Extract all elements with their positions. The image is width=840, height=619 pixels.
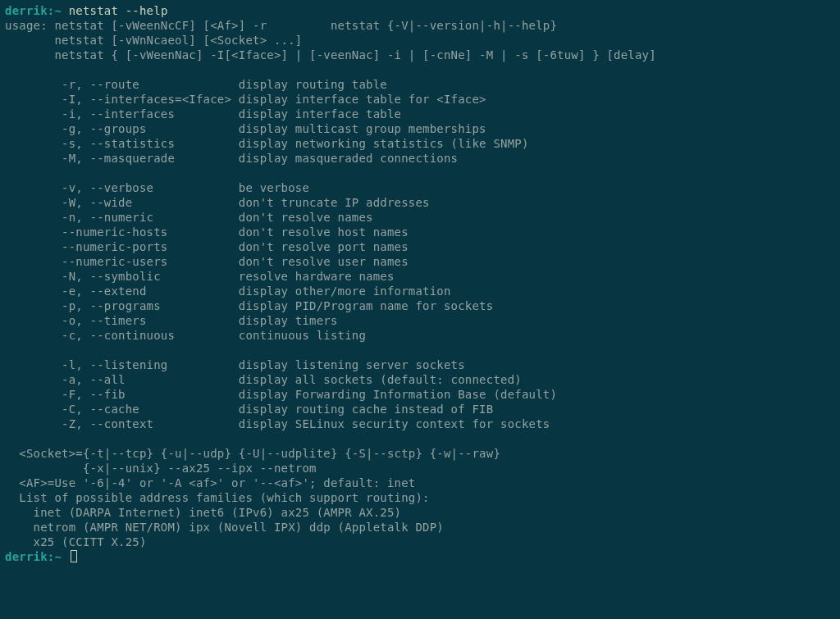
prompt-user: derrik [5,550,48,563]
footer-line-6: x25 (CCITT X.25) [5,535,147,548]
prompt-path: ~ [54,550,62,563]
blank-row [5,344,12,357]
blank-row [5,63,12,76]
usage-line-1: netstat [-vWnNcaeol] [<Socket> ...] [5,34,302,47]
prompt-sigil [62,4,69,17]
blank-row [5,166,12,180]
terminal[interactable]: derrik:~ netstat --help usage: netstat [… [0,0,840,567]
prompt-line: derrik:~ netstat --help [5,4,168,17]
footer-line-0: <Socket>={-t|--tcp} {-u|--udp} {-U|--udp… [5,447,500,460]
usage-line-0: usage: netstat [-vWeenNcCF] [<Af>] -r ne… [5,19,557,32]
opt-row: -v, --verbose be verbose -W, --wide don'… [5,181,493,342]
prompt-line-2: derrik:~ [5,550,77,563]
footer-line-3: List of possible address families (which… [5,491,430,504]
opt-row: -l, --listening display listening server… [5,358,557,430]
command-line[interactable]: netstat --help [69,4,168,17]
usage-line-2: netstat { [-vWeenNac] -I[<Iface>] | [-ve… [5,48,656,61]
footer-line-2: <AF>=Use '-6|-4' or '-A <af>' or '--<af>… [5,476,415,489]
footer-line-1: {-x|--unix} --ax25 --ipx --netrom [5,462,317,475]
opt-row: -r, --route display routing table -I, --… [5,78,529,165]
prompt-path: ~ [54,4,62,17]
footer-line-4: inet (DARPA Internet) inet6 (IPv6) ax25 … [5,506,401,519]
prompt-sigil [62,550,69,563]
blank-row [5,432,12,445]
cursor[interactable] [71,550,77,562]
footer-line-5: netrom (AMPR NET/ROM) ipx (Novell IPX) d… [5,521,444,534]
prompt-user: derrik [5,4,48,17]
